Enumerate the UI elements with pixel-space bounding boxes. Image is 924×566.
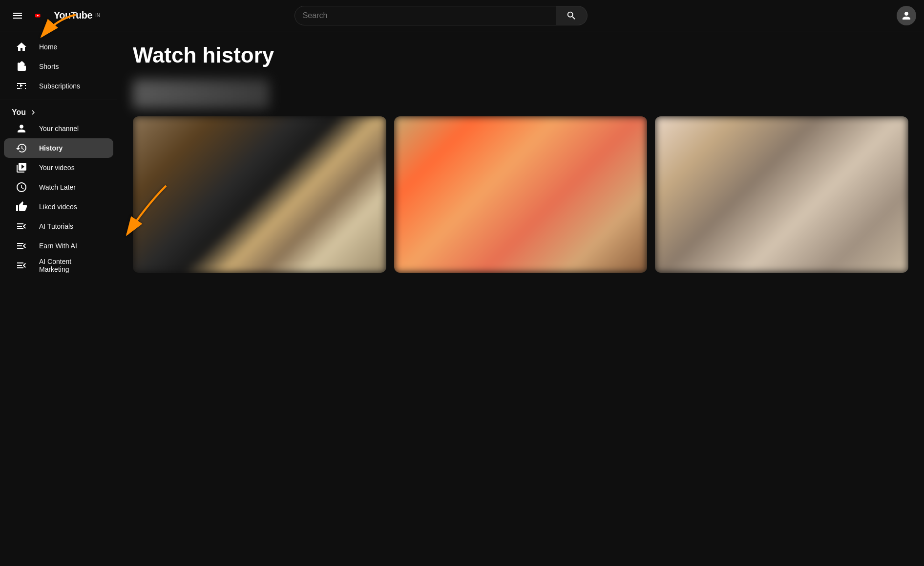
sidebar: Home Shorts Subscriptions You: [0, 31, 117, 566]
playlist-icon-1: [16, 220, 27, 232]
sidebar-item-watch-later[interactable]: Watch Later: [4, 177, 113, 197]
sidebar-item-home-label: Home: [39, 43, 57, 51]
sidebar-item-subscriptions[interactable]: Subscriptions: [4, 76, 113, 96]
blurred-video-card-1: [133, 116, 386, 273]
sidebar-item-home[interactable]: Home: [4, 37, 113, 57]
clock-icon: [16, 181, 27, 193]
search-container: [294, 6, 588, 25]
sidebar-you-section: You Your channel History: [0, 104, 117, 275]
chevron-right-icon: [29, 108, 38, 117]
header: YouTubeIN: [0, 0, 924, 31]
sidebar-item-your-channel-label: Your channel: [39, 125, 79, 132]
you-label: You: [12, 108, 26, 117]
sidebar-item-earn-with-ai-label: Earn With AI: [39, 242, 77, 250]
sidebar-item-ai-content-marketing-label: AI Content Marketing: [39, 258, 102, 273]
sidebar-item-your-channel[interactable]: Your channel: [4, 119, 113, 138]
sidebar-item-ai-tutorials-label: AI Tutorials: [39, 222, 73, 230]
sidebar-item-your-videos-label: Your videos: [39, 164, 75, 172]
search-input[interactable]: [303, 11, 548, 20]
logo[interactable]: YouTubeIN: [35, 10, 100, 22]
sidebar-item-liked-videos[interactable]: Liked videos: [4, 197, 113, 217]
search-input-wrapper: [294, 6, 556, 25]
menu-button[interactable]: [8, 6, 27, 25]
history-icon: [16, 142, 27, 154]
header-right: [897, 6, 916, 25]
play-icon: [16, 162, 27, 174]
video-thumbnail-1: [133, 116, 386, 273]
sidebar-item-ai-tutorials[interactable]: AI Tutorials: [4, 217, 113, 236]
blurred-video-grid: [133, 116, 908, 273]
sidebar-item-liked-videos-label: Liked videos: [39, 203, 77, 211]
playlist-icon-2: [16, 240, 27, 252]
video-thumbnail-3: [655, 116, 908, 273]
sidebar-item-ai-content-marketing[interactable]: AI Content Marketing: [4, 256, 113, 275]
sidebar-item-subscriptions-label: Subscriptions: [39, 82, 80, 90]
sidebar-item-history-label: History: [39, 144, 63, 152]
sidebar-item-earn-with-ai[interactable]: Earn With AI: [4, 236, 113, 256]
page-title: Watch history: [133, 43, 908, 67]
sidebar-item-your-videos[interactable]: Your videos: [4, 158, 113, 177]
logo-country: IN: [95, 13, 100, 18]
main-content: Watch history: [117, 31, 924, 566]
blurred-video-card-3: [655, 116, 908, 273]
header-center: [265, 6, 617, 25]
sidebar-item-shorts[interactable]: Shorts: [4, 57, 113, 76]
shorts-icon: [16, 61, 27, 72]
logo-text: YouTube: [54, 10, 92, 21]
search-button[interactable]: [556, 6, 588, 25]
thumbup-icon: [16, 201, 27, 213]
video-thumbnail-2: [394, 116, 648, 273]
sidebar-item-watch-later-label: Watch Later: [39, 183, 76, 191]
avatar-button[interactable]: [897, 6, 916, 25]
home-icon: [16, 41, 27, 53]
blurred-channel-info: [133, 79, 270, 109]
header-left: YouTubeIN: [8, 6, 125, 25]
subscriptions-icon: [16, 80, 27, 92]
playlist-icon-3: [16, 260, 27, 271]
sidebar-item-shorts-label: Shorts: [39, 63, 59, 70]
sidebar-item-history[interactable]: History: [4, 138, 113, 158]
sidebar-main-section: Home Shorts Subscriptions: [0, 37, 117, 100]
content-area: [133, 79, 908, 273]
person-icon: [16, 123, 27, 134]
you-header[interactable]: You: [0, 104, 117, 119]
blurred-video-card-2: [394, 116, 648, 273]
